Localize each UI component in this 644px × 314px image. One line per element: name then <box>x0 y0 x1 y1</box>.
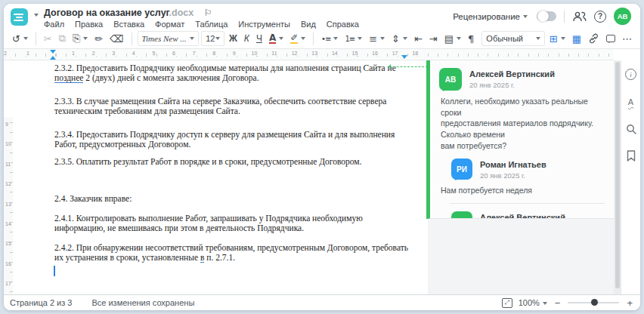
ruler-number: 2 <box>4 51 8 56</box>
ruler-number: 1 <box>25 51 31 56</box>
commenter-name: Алексей Вертинский <box>480 211 565 219</box>
right-indent-marker[interactable] <box>401 55 407 59</box>
search-icon[interactable] <box>624 122 637 135</box>
font-name-select[interactable]: Times New ... <box>138 31 200 46</box>
zoom-in-button[interactable]: + <box>625 297 634 309</box>
commenter-name: Алексей Вертинский <box>469 68 555 78</box>
paragraph-2-3-5: 2.3.5. Оплатить результат Работ в порядк… <box>54 157 408 167</box>
menu-bar: Файл Правка Вставка Формат Таблица Инстр… <box>44 20 359 29</box>
commenter-avatar: АВ <box>451 211 472 219</box>
paragraph-2-4-2: 2.4.2. При обнаружении несоответствий тр… <box>54 243 408 263</box>
comment-text: Коллеги, необходимо указать реальные сро… <box>441 96 603 151</box>
bullet-list-button[interactable]: •≡ <box>319 31 340 46</box>
ruler-number: 14 <box>330 51 339 56</box>
menu-file[interactable]: Файл <box>44 20 64 29</box>
ruler-number: 12 <box>5 181 11 186</box>
collaborators-icon[interactable] <box>572 11 587 22</box>
ruler-number: 6 <box>171 51 177 56</box>
menu-table[interactable]: Таблица <box>195 20 228 29</box>
clear-formatting-button[interactable]: ⌫ <box>107 31 125 46</box>
comments-panel: АВ Алексей Вертинский 20 янв 2025 г. Кол… <box>428 60 614 294</box>
numbered-list-button[interactable]: 1≡ <box>342 31 364 46</box>
paragraph-style-select[interactable]: Обычный <box>481 31 544 46</box>
nonprinting-chars-button[interactable]: ¶ <box>466 31 476 46</box>
review-mode-selector[interactable]: Рецензирование <box>453 12 528 21</box>
paragraph-settings-button[interactable]: ▤ <box>442 31 463 46</box>
info-icon[interactable]: i <box>624 68 637 81</box>
ruler-number: 2 <box>91 51 97 56</box>
ruler-number: 12 <box>290 51 299 56</box>
scrollbar-thumb[interactable] <box>615 62 620 288</box>
paragraph-2-3-3: 2.3.3. В случае размещения Сайта на серв… <box>54 97 408 116</box>
paragraph-2-3-4: 2.3.4. Предоставить Подрядчику доступ к … <box>54 130 408 149</box>
help-icon[interactable]: ? <box>594 11 606 23</box>
align-button[interactable]: ≡ <box>367 31 387 46</box>
comments-scrollbar[interactable] <box>614 60 621 294</box>
insert-comment-button[interactable] <box>604 31 618 46</box>
toolbar: ↺ ✂ ⧉ ⎘ ✏ ⌫ Times New ... 12 Ж К Ч А ✐ •… <box>4 29 640 49</box>
ruler-number: 7 <box>191 51 197 56</box>
commenter-avatar: АВ <box>439 68 462 91</box>
insert-table-button[interactable]: ⊞ <box>547 31 568 46</box>
user-avatar[interactable]: АВ <box>614 8 631 25</box>
bold-button[interactable]: Ж <box>227 31 240 46</box>
cut-button[interactable]: ✂ <box>42 31 54 46</box>
ruler-number: 11 <box>270 51 278 56</box>
paragraph-2-4: 2.4. Заказчик вправе: <box>54 194 408 204</box>
ruler-number: 9 <box>5 122 8 127</box>
ruler-number: 16 <box>5 260 11 266</box>
ruler-number: 17 <box>391 51 400 56</box>
more-button[interactable]: ⋯ <box>620 31 634 46</box>
menu-insert[interactable]: Вставка <box>113 20 144 29</box>
increase-indent-button[interactable]: ⇥ <box>427 31 440 46</box>
copy-button[interactable]: ⧉ <box>57 31 68 46</box>
review-caret-icon <box>523 15 528 18</box>
insert-link-button[interactable] <box>586 31 602 46</box>
italic-button[interactable]: К <box>242 31 252 46</box>
review-toggle[interactable] <box>537 11 556 21</box>
favorite-flag-icon[interactable]: ⚐ <box>204 8 212 18</box>
menu-format[interactable]: Формат <box>155 20 184 29</box>
status-bar: Страница 2 из 3 Все изменения сохранены … <box>4 294 640 310</box>
text-cursor <box>54 266 55 276</box>
ruler-vertical[interactable]: 91011121314151617181920 <box>4 117 13 310</box>
bookmark-icon[interactable] <box>624 149 637 162</box>
zoom-out-button[interactable]: − <box>553 297 562 309</box>
font-color-button[interactable]: А <box>267 31 286 46</box>
font-size-select[interactable]: 12 <box>201 31 224 46</box>
zoom-level-select[interactable]: 100% <box>519 298 547 307</box>
insert-image-button[interactable]: ▦ <box>570 31 584 46</box>
line-spacing-button[interactable]: ⇕ <box>389 31 410 46</box>
zoom-slider[interactable] <box>568 302 619 303</box>
menu-help[interactable]: Справка <box>327 20 359 29</box>
menu-tools[interactable]: Инструменты <box>238 20 290 29</box>
ruler-horizontal[interactable]: 21123456789101112131415161718 <box>4 49 614 60</box>
logo-menu-caret-icon[interactable] <box>34 14 39 17</box>
decrease-indent-button[interactable]: ⇤ <box>412 31 425 46</box>
zoom-slider-handle[interactable] <box>591 299 598 306</box>
first-line-indent-marker[interactable] <box>50 50 56 54</box>
comment-card[interactable]: АВ Алексей Вертинский 20 янв 2025 г. Кол… <box>428 60 614 219</box>
commenter-name: Роман Игнатьев <box>480 159 546 169</box>
undo-button[interactable]: ↺ <box>10 31 30 46</box>
paragraph-2-4-1: 2.4.1. Контролировать выполнение Работ, … <box>54 214 408 233</box>
document-page[interactable]: 2.3.2. Предоставить Подрядчику необходим… <box>13 60 428 294</box>
comment-text: Нам потребуется неделя <box>441 185 603 196</box>
app-logo-icon[interactable] <box>11 8 28 26</box>
highlight-color-button[interactable]: ✐ <box>288 31 308 46</box>
page-indicator[interactable]: Страница 2 из 3 <box>10 298 72 307</box>
format-painter-button[interactable]: ✏ <box>92 31 105 46</box>
underline-button[interactable]: Ч <box>254 31 265 46</box>
tracked-change-underline: позднее <box>54 73 83 83</box>
menu-view[interactable]: Вид <box>301 20 316 29</box>
ruler-number: 15 <box>350 51 359 56</box>
paste-button[interactable]: ⎘ <box>70 31 90 46</box>
ruler-number: 10 <box>5 141 11 146</box>
fit-to-width-icon[interactable]: ⤢ <box>502 298 512 308</box>
editor-area: 91011121314151617181920 2.3.2. Предостав… <box>4 60 640 294</box>
ruler-number: 4 <box>131 51 137 56</box>
left-indent-marker[interactable] <box>50 56 56 60</box>
menu-edit[interactable]: Правка <box>75 20 103 29</box>
spellcheck-icon[interactable]: А <box>624 95 637 108</box>
ruler-number: 17 <box>5 281 11 286</box>
